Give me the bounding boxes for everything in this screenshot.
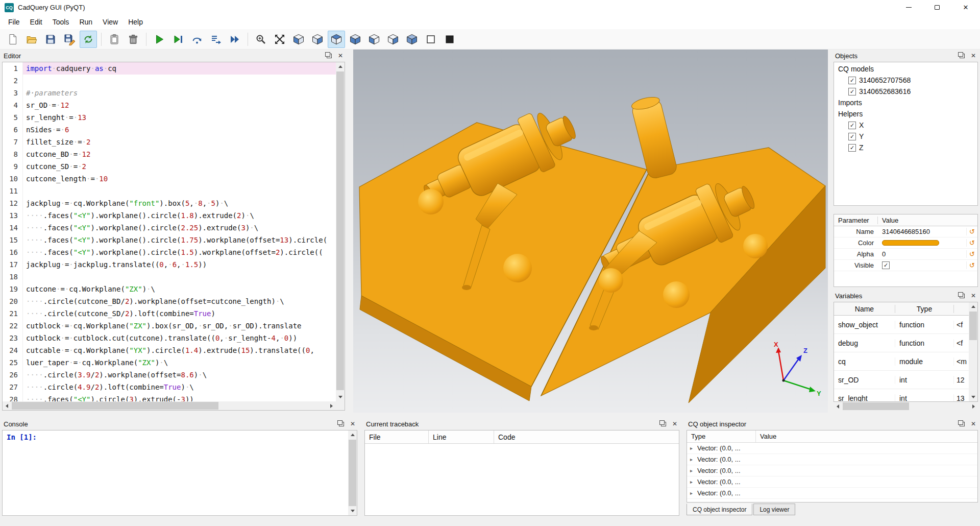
code-line-19[interactable]: 19cutcone·=·cq.Workplane("ZX")·\ <box>3 283 336 295</box>
open-file-button[interactable] <box>23 31 40 48</box>
3d-viewport[interactable]: X Z Y <box>353 50 828 413</box>
code-line-17[interactable]: 17jackplug·=·jackplug.translate((0,·6,·1… <box>3 258 336 271</box>
variable-row-debug[interactable]: debugfunction<f <box>834 334 969 352</box>
type-column-header[interactable]: Type <box>687 431 756 442</box>
code-line-28[interactable]: 28····.faces("<Y").circle(3).extrude(-3)… <box>3 393 336 401</box>
view-bottom-button[interactable] <box>347 31 364 48</box>
type-column-header[interactable]: Type <box>895 305 954 313</box>
parameter-column-header[interactable]: Parameter <box>834 217 878 224</box>
expander-icon[interactable]: ▸ <box>690 445 697 451</box>
menu-tools[interactable]: Tools <box>47 16 75 28</box>
code-line-13[interactable]: 13····.faces("<Y").workplane().circle(1.… <box>3 209 336 222</box>
render-button[interactable] <box>151 31 168 48</box>
console-output[interactable]: In [1]: <box>2 430 357 516</box>
checkbox[interactable]: ✓ <box>848 133 856 140</box>
save-button[interactable] <box>42 31 59 48</box>
menu-view[interactable]: View <box>97 16 123 28</box>
checkbox[interactable]: ✓ <box>848 122 856 129</box>
checkbox[interactable]: ✓ <box>848 77 856 84</box>
reset-icon[interactable]: ↺ <box>966 239 977 247</box>
param-row-alpha[interactable]: Alpha0↺ <box>834 249 977 260</box>
inspector-row[interactable]: ▸Vector: (0.0, ... <box>687 454 977 465</box>
code-line-22[interactable]: 22cutblock·=·cq.Workplane("ZX").box(sr_O… <box>3 320 336 332</box>
menu-help[interactable]: Help <box>123 16 148 28</box>
close-panel-icon[interactable]: ✕ <box>971 421 976 427</box>
maximize-button[interactable] <box>923 0 951 15</box>
code-column-header[interactable]: Code <box>494 431 679 443</box>
variable-row-cq[interactable]: cqmodule<m <box>834 352 969 371</box>
console-vertical-scrollbar[interactable] <box>348 431 357 515</box>
code-line-10[interactable]: 10cutcone_length·=·10 <box>3 173 336 185</box>
variables-vertical-scrollbar[interactable] <box>969 302 977 401</box>
step-button[interactable] <box>188 31 206 48</box>
paste-button[interactable] <box>106 31 123 48</box>
param-row-name[interactable]: Name3140646685160↺ <box>834 226 977 237</box>
value-column-header[interactable]: Value <box>756 431 977 442</box>
tree-item-cq-models[interactable]: CQ models <box>834 63 977 75</box>
menu-file[interactable]: File <box>3 16 25 28</box>
view-top-button[interactable] <box>328 31 345 48</box>
expander-icon[interactable]: ▸ <box>690 457 697 462</box>
view-back-button[interactable] <box>309 31 326 48</box>
code-line-3[interactable]: 3#·parameters <box>3 87 336 99</box>
fit-view-button[interactable] <box>271 31 288 48</box>
float-panel-icon[interactable] <box>960 294 965 298</box>
autoreload-button[interactable] <box>80 31 97 48</box>
code-line-5[interactable]: 5sr_lenght·=·13 <box>3 111 336 124</box>
code-line-14[interactable]: 14····.faces("<Y").workplane().circle(2.… <box>3 222 336 234</box>
save-as-button[interactable] <box>61 31 78 48</box>
code-line-21[interactable]: 21····.circle(cutcone_SD/2).loft(combine… <box>3 307 336 320</box>
debug-button[interactable] <box>169 31 187 48</box>
tree-item-helpers[interactable]: Helpers <box>834 108 977 119</box>
expander-icon[interactable]: ▸ <box>690 490 697 496</box>
menu-edit[interactable]: Edit <box>25 16 47 28</box>
line-column-header[interactable]: Line <box>429 431 494 443</box>
code-line-20[interactable]: 20····.circle(cutcone_BD/2).workplane(of… <box>3 295 336 307</box>
reset-icon[interactable]: ↺ <box>966 250 977 258</box>
code-line-27[interactable]: 27····.circle(4.9/2).loft(combine=True)·… <box>3 381 336 393</box>
color-swatch[interactable] <box>882 240 939 246</box>
expander-icon[interactable]: ▸ <box>690 468 697 473</box>
reset-icon[interactable]: ↺ <box>966 261 977 269</box>
zoom-to-fit-button[interactable] <box>252 31 270 48</box>
close-panel-icon[interactable]: ✕ <box>971 53 976 59</box>
variable-row-show_object[interactable]: show_objectfunction<f <box>834 316 969 334</box>
delete-button[interactable] <box>125 31 142 48</box>
checkbox[interactable]: ✓ <box>848 88 856 95</box>
name-column-header[interactable]: Name <box>834 305 895 313</box>
expander-icon[interactable]: ▸ <box>690 479 697 485</box>
variable-row-sr_OD[interactable]: sr_ODint12 <box>834 371 969 389</box>
shaded-button[interactable] <box>441 31 458 48</box>
code-line-9[interactable]: 9cutcone_SD·=·2 <box>3 160 336 173</box>
code-line-16[interactable]: 16····.faces("<Y").workplane().circle(1.… <box>3 246 336 258</box>
inspector-row[interactable]: ▸Vector: (0.0, ... <box>687 465 977 476</box>
close-panel-icon[interactable]: ✕ <box>672 421 677 427</box>
file-column-header[interactable]: File <box>365 431 429 443</box>
param-row-color[interactable]: Color↺ <box>834 237 977 249</box>
continue-button[interactable] <box>226 31 243 48</box>
variable-row-sr_lenght[interactable]: sr_lenghtint13 <box>834 389 969 401</box>
code-line-15[interactable]: 15····.faces("<Y").workplane().circle(1.… <box>3 234 336 246</box>
tab-cq-object-inspector[interactable]: CQ object inspector <box>687 504 752 515</box>
view-left-button[interactable] <box>365 31 383 48</box>
code-line-25[interactable]: 25luer_taper·=·cq.Workplane("ZX")·\ <box>3 356 336 369</box>
tree-item-3140652707568[interactable]: ✓3140652707568 <box>834 75 977 86</box>
inspector-row[interactable]: ▸Vector: (0.0, ... <box>687 488 977 499</box>
view-right-button[interactable] <box>384 31 402 48</box>
code-line-1[interactable]: 1import·cadquery·as·cq <box>3 62 336 75</box>
value-column-header[interactable]: Value <box>878 217 977 224</box>
float-panel-icon[interactable] <box>661 422 666 426</box>
checkbox[interactable]: ✓ <box>848 144 856 152</box>
step-next-button[interactable] <box>207 31 225 48</box>
code-line-12[interactable]: 12jackplug·=·cq.Workplane("front").box(5… <box>3 197 336 209</box>
code-editor[interactable]: 1import·cadquery·as·cq23#·parameters4sr_… <box>3 62 336 401</box>
code-line-7[interactable]: 7fillet_size·=·2 <box>3 136 336 148</box>
minimize-button[interactable] <box>894 0 923 15</box>
visible-checkbox[interactable]: ✓ <box>882 261 890 269</box>
code-line-26[interactable]: 26····.circle(3.9/2).workplane(offset=8.… <box>3 369 336 381</box>
code-line-4[interactable]: 4sr_OD·=·12 <box>3 99 336 111</box>
inspector-row[interactable]: ▸Vector: (0.0, ... <box>687 443 977 454</box>
tree-item-y[interactable]: ✓Y <box>834 131 977 142</box>
close-panel-icon[interactable]: ✕ <box>350 421 355 427</box>
float-panel-icon[interactable] <box>960 422 965 426</box>
